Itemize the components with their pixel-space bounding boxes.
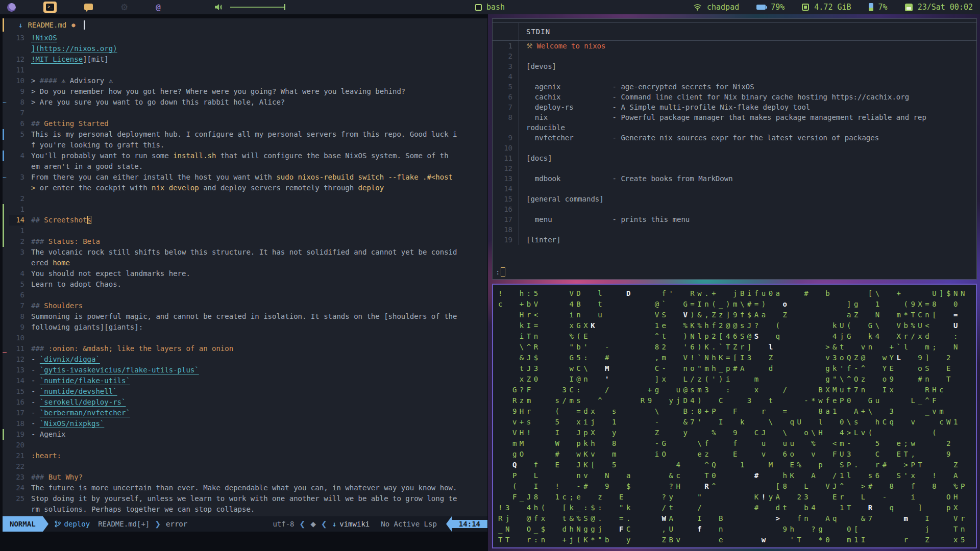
gutter-sign [3, 65, 9, 76]
matrix-row: c +bV 4B t @` G=In(_)m\#=) o ]g 1 (9X=8 … [498, 299, 971, 310]
pager-line: 4 [493, 71, 976, 82]
statusline-clock: 14:14 [452, 520, 487, 528]
git-branch: deploy [55, 520, 90, 528]
line-number: 14 [9, 375, 24, 386]
volume-slider[interactable] [230, 7, 285, 8]
app-launcher: >_ ⚙ @ [7, 2, 285, 13]
pager-line: 1⚒Welcome to nixos [493, 41, 976, 51]
line-number: 1 [9, 204, 24, 215]
pager-prompt[interactable]: : [496, 267, 505, 277]
firefox-icon[interactable] [7, 3, 16, 12]
line-number [9, 140, 24, 151]
pager-line-number: 18 [493, 224, 519, 235]
editor-tabbar: ↓ README.md ● [3, 18, 487, 32]
editor-line: 17- `berberman/nvfetcher` [3, 408, 487, 418]
chevron-right-icon: ❯ [155, 520, 161, 528]
gutter-sign [3, 397, 9, 408]
line-number: 5 [9, 279, 24, 290]
pager-line-number: 7 [493, 102, 519, 112]
terminal-icon[interactable]: >_ [43, 2, 57, 13]
pager-line-text [519, 204, 976, 214]
gutter-sign [3, 236, 9, 247]
pager-title: STDIN [519, 23, 976, 40]
memory-usage: 4.72 GiB [814, 3, 851, 12]
editor-line: 15- `numtide/devshell` [3, 386, 487, 397]
statusline-filename: README.md[+] [98, 520, 150, 528]
editor-line: 23### But Why? [3, 472, 487, 483]
gutter-sign [3, 461, 9, 472]
gutter-sign [3, 258, 9, 268]
editor-line: 14## Screetshots [3, 215, 487, 226]
at-icon[interactable]: @ [156, 3, 161, 12]
speaker-icon [215, 4, 223, 11]
editor-line: 9> Do you remember how you got here? Whe… [3, 86, 487, 97]
matrix-row: v+s 5 xij 1 - &7' I k \ qU l 0\s hCq v c… [498, 417, 971, 428]
gutter-sign [3, 386, 9, 397]
volume-control[interactable] [215, 4, 285, 11]
editor-line: rm solutions. Perhaps together we can st… [3, 504, 487, 515]
gutter-sign [3, 504, 9, 515]
pager-line: 16 [493, 204, 976, 214]
git-branch-icon [55, 520, 61, 528]
clock: 23/Sat 00:02 [918, 3, 973, 12]
pager-line-number: 3 [493, 61, 519, 71]
git-branch-name: deploy [64, 520, 90, 528]
matrix-row: Rzm s/ms ^ R9 yjD4) C 3 t -*wfeP0 Gu L_^… [498, 395, 971, 406]
pager-header: STDIN [493, 22, 976, 41]
gutter-sign [3, 33, 9, 43]
line-number [9, 504, 24, 515]
editor-line: 10 [3, 333, 487, 343]
pager-line: 18 [493, 224, 976, 235]
pager-line-text: [devos] [519, 61, 976, 71]
line-number: 6 [9, 290, 24, 300]
line-number: 9 [9, 322, 24, 333]
gutter-sign [3, 408, 9, 418]
gutter-sign [3, 483, 9, 493]
line-number: 23 [9, 472, 24, 483]
matrix-row: G?F 3C: / +g u@sm3 : x / BXMuf7n Ix RHc [498, 385, 971, 395]
line-number: 2 [9, 193, 24, 204]
matrix-terminal-window: ! h:5 VD l D f' Rw.+ jBifu0a # b [\ + U]… [492, 284, 977, 548]
mode-indicator: NORMAL [3, 516, 43, 532]
pager-line-text: menu - prints this menu [519, 214, 976, 224]
pager-cursor [501, 267, 505, 277]
gutter-sign [3, 300, 9, 311]
hammer-icon: ⚒ [526, 42, 533, 50]
editor-line: 12!MIT License][mit] [3, 54, 487, 65]
pager-line-number: 14 [493, 184, 519, 194]
line-number: 22 [9, 461, 24, 472]
modified-dot-icon: ● [71, 21, 75, 29]
editor-statusline: NORMAL deploy README.md[+] ❯ error utf-8… [3, 516, 487, 532]
editor-line: > or enter the cockpit with nix develop … [3, 183, 487, 193]
markdown-icon: ↓ [18, 21, 22, 29]
pager-line-number: 17 [493, 214, 519, 224]
editor-line: 25Stop doing it by yourself, unless we l… [3, 493, 487, 504]
editor-line: 8Summoning is powerful magic, and cannot… [3, 311, 487, 322]
editor-buffer[interactable]: 13!NixOS](https://nixos.org)12!MIT Licen… [3, 32, 487, 516]
matrix-row: P L nv N a &c T0 # hK A /1l s6 S'x ! A [498, 470, 971, 481]
matrix-row: Hr< in u VS V)&,Zz]9f$Aa Z aZ N m*TCn[ = [498, 310, 971, 320]
pager-line: 17 menu - prints this menu [493, 214, 976, 224]
editor-line: 24The future is more uncertain than ever… [3, 483, 487, 493]
editor-line: 13!NixOS [3, 33, 487, 43]
pager-line-text: [general commands] [519, 194, 976, 204]
focused-window-title: bash [475, 3, 505, 12]
editor-line: 6## Getting Started [3, 118, 487, 129]
gear-icon[interactable]: ⚙ [120, 2, 128, 12]
matrix-row: VH! I JpX y Z y % 9 CJ \ o\H 4>Lv( ( [498, 428, 971, 438]
gutter-sign [3, 129, 9, 140]
pager-window: STDIN 1⚒Welcome to nixos23[devos]45 agen… [492, 18, 977, 280]
tab-readme[interactable]: ↓ README.md ● [4, 18, 92, 32]
gutter-sign [3, 311, 9, 322]
editor-line: 21:heart: [3, 450, 487, 461]
pager-line-number: 2 [493, 51, 519, 61]
pager-body[interactable]: 1⚒Welcome to nixos23[devos]45 agenix - a… [493, 41, 976, 245]
matrix-row: tJ3 wC\ M C- no"mh_p#A d gk'f-^ YE oS E [498, 363, 971, 374]
editor-line: ~3From there you can either install the … [3, 172, 487, 183]
pager-line-number [493, 122, 519, 133]
gutter-sign [3, 279, 9, 290]
chat-icon[interactable] [84, 4, 93, 10]
editor-line: 2### Status: Beta [3, 236, 487, 247]
pager-line-text: deploy-rs - A Simple multi-profile Nix-f… [519, 102, 976, 112]
editor-line: 4You'll probably want to run some instal… [3, 151, 487, 161]
